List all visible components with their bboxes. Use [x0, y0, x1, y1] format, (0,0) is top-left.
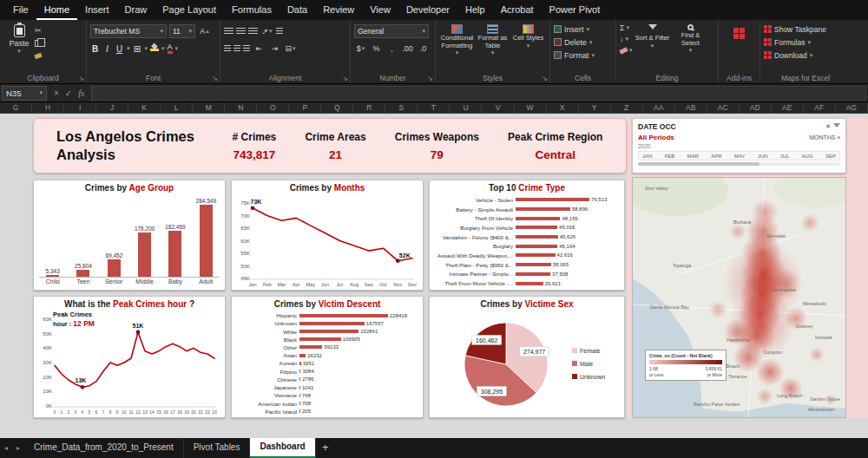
- wrap-text-icon[interactable]: [276, 28, 283, 35]
- column-header-O[interactable]: O: [257, 102, 289, 113]
- font-color-button[interactable]: A: [168, 43, 173, 54]
- enter-icon[interactable]: ✓: [65, 88, 72, 98]
- paste-button[interactable]: Paste ▾: [3, 23, 35, 62]
- clear-filter-icon[interactable]: ✕: [825, 123, 831, 130]
- slicer-month-may[interactable]: MAY: [734, 154, 746, 159]
- copy-button[interactable]: ▾: [35, 37, 46, 49]
- increase-font-button[interactable]: A▴: [198, 25, 211, 38]
- column-header-N[interactable]: N: [225, 102, 257, 113]
- fill-color-icon[interactable]: [150, 46, 159, 51]
- chart-card-victim-descent[interactable]: Crimes by Victim Descent Hispanic228418U…: [231, 296, 424, 418]
- sheet-tab-dashboard[interactable]: Dashboard: [250, 438, 315, 458]
- column-header-AA[interactable]: AA: [643, 102, 675, 113]
- cut-button[interactable]: ✂: [35, 24, 46, 36]
- column-header-I[interactable]: I: [64, 102, 96, 113]
- column-header-Z[interactable]: Z: [611, 102, 643, 113]
- dialog-launcher-icon[interactable]: ↘: [427, 75, 433, 82]
- increase-decimal-button[interactable]: .00: [401, 43, 414, 56]
- slicer-scrollbar[interactable]: [638, 162, 840, 166]
- formula-input[interactable]: [92, 86, 866, 101]
- slicer-month-jun[interactable]: JUN: [758, 154, 768, 159]
- align-bottom-icon[interactable]: [248, 28, 258, 35]
- column-header-S[interactable]: S: [385, 102, 418, 113]
- column-header-AB[interactable]: AB: [675, 102, 707, 113]
- insert-function-icon[interactable]: fx: [78, 88, 84, 98]
- ribbon-tab-help[interactable]: Help: [457, 0, 493, 20]
- align-right-icon[interactable]: [243, 45, 250, 52]
- align-top-icon[interactable]: [224, 28, 233, 35]
- maps-formulas-button[interactable]: Formulas▾: [764, 36, 847, 49]
- column-header-M[interactable]: M: [193, 102, 225, 113]
- column-header-AG[interactable]: AG: [836, 102, 868, 113]
- ribbon-tab-view[interactable]: View: [362, 0, 398, 20]
- percent-format-button[interactable]: %: [370, 43, 383, 56]
- slicer-month-mar[interactable]: MAR: [687, 154, 699, 159]
- ribbon-tab-insert[interactable]: Insert: [77, 0, 117, 20]
- comma-format-button[interactable]: ,: [385, 43, 398, 56]
- slicer-month-aug[interactable]: AUG: [802, 154, 813, 159]
- format-cells-button[interactable]: Format▾: [554, 49, 612, 62]
- bold-button[interactable]: B: [90, 44, 100, 54]
- column-header-AC[interactable]: AC: [707, 102, 740, 113]
- name-box[interactable]: N35▾: [2, 86, 47, 101]
- chart-card-top10[interactable]: Top 10 Crime Type Vehicle - Stolen79,513…: [429, 180, 625, 291]
- maps-download-button[interactable]: Download▾: [764, 49, 847, 62]
- dialog-launcher-icon[interactable]: ↘: [342, 75, 348, 82]
- ribbon-tab-home[interactable]: Home: [36, 0, 77, 20]
- ribbon-tab-draw[interactable]: Draw: [117, 0, 155, 20]
- add-sheet-button[interactable]: +: [316, 438, 335, 458]
- column-header-AF[interactable]: AF: [804, 102, 836, 113]
- align-middle-icon[interactable]: [236, 28, 246, 35]
- column-header-P[interactable]: P: [289, 102, 321, 113]
- crime-heat-map[interactable]: Simi ValleyBurbankGlendaleTopangaSanta M…: [632, 177, 846, 418]
- clear-button[interactable]: ▾: [620, 45, 633, 56]
- font-name-select[interactable]: Trebuchet MS▾: [90, 24, 167, 38]
- ribbon-tab-formulas[interactable]: Formulas: [224, 0, 279, 20]
- decrease-decimal-button[interactable]: .0: [417, 43, 430, 56]
- column-header-Q[interactable]: Q: [321, 102, 353, 113]
- column-header-R[interactable]: R: [353, 102, 385, 113]
- currency-format-button[interactable]: $▾: [354, 43, 367, 56]
- delete-cells-button[interactable]: Delete▾: [554, 36, 612, 49]
- prev-sheet-icon[interactable]: ◂: [0, 438, 12, 458]
- decrease-indent-icon[interactable]: ⇤: [253, 43, 266, 56]
- slicer-month-jul[interactable]: JUL: [780, 154, 790, 159]
- dialog-launcher-icon[interactable]: ↘: [542, 75, 548, 82]
- column-header-T[interactable]: T: [418, 102, 450, 113]
- show-taskpane-button[interactable]: Show Taskpane: [764, 23, 847, 36]
- ribbon-tab-page-layout[interactable]: Page Layout: [155, 0, 224, 20]
- add-ins-icon[interactable]: [733, 28, 745, 39]
- column-header-H[interactable]: H: [32, 102, 64, 113]
- number-format-select[interactable]: General▾: [354, 24, 429, 38]
- dialog-launcher-icon[interactable]: ↘: [78, 75, 84, 82]
- merge-center-icon[interactable]: ⊟▾: [284, 43, 297, 56]
- sort-filter-button[interactable]: Sort & Filter▾: [635, 23, 671, 56]
- slicer-month-jan[interactable]: JAN: [642, 154, 652, 159]
- chart-card-age-group[interactable]: Crimes by Age Group 5,343Child25,804Teen…: [33, 180, 226, 291]
- ribbon-tab-data[interactable]: Data: [279, 0, 315, 20]
- dialog-launcher-icon[interactable]: ↘: [212, 75, 218, 82]
- ribbon-tab-acrobat[interactable]: Acrobat: [493, 0, 542, 20]
- insert-cells-button[interactable]: Insert▾: [554, 23, 612, 36]
- column-header-AE[interactable]: AE: [772, 102, 804, 113]
- sheet-tab-crime-data-from-2020-to-present[interactable]: Crime_Data_from_2020_to_Present: [24, 438, 184, 458]
- slicer-month-sep[interactable]: SEP: [825, 154, 836, 159]
- slicer-level-select[interactable]: MONTHS ▾: [809, 134, 840, 141]
- chart-card-peak-hour[interactable]: What is the Peak Crimes hour ? 0K10K20K3…: [33, 296, 226, 418]
- orientation-icon[interactable]: ↗▾: [260, 25, 273, 38]
- underline-button[interactable]: U: [115, 44, 124, 54]
- ribbon-tab-power-pivot[interactable]: Power Pivot: [542, 0, 608, 20]
- ribbon-tab-file[interactable]: File: [5, 0, 36, 20]
- cell-styles-button[interactable]: Cell Styles▾: [510, 23, 546, 56]
- italic-button[interactable]: I: [102, 44, 112, 54]
- filter-funnel-icon[interactable]: [833, 123, 840, 131]
- increase-indent-icon[interactable]: ⇥: [268, 43, 281, 56]
- column-header-K[interactable]: K: [128, 102, 161, 113]
- column-header-L[interactable]: L: [161, 102, 193, 113]
- autosum-button[interactable]: Σ▾: [620, 23, 633, 33]
- column-header-G[interactable]: G: [0, 102, 32, 113]
- column-header-W[interactable]: W: [515, 102, 547, 113]
- align-left-icon[interactable]: [224, 45, 231, 52]
- cancel-icon[interactable]: ×: [54, 88, 59, 98]
- format-painter-button[interactable]: [35, 50, 46, 62]
